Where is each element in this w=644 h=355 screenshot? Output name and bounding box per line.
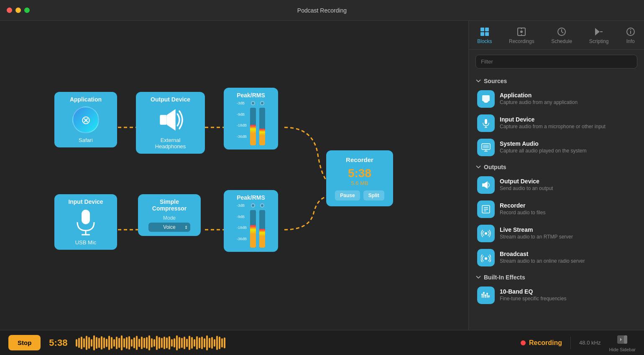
waveform-bar: [136, 336, 138, 350]
recorder-sidebar-name: Recorder: [500, 202, 636, 209]
svg-point-14: [520, 30, 523, 33]
sidebar-item-live-stream[interactable]: Live Stream Stream audio to an RTMP serv…: [474, 221, 639, 246]
waveform-bar: [141, 337, 143, 349]
waveform-bar: [126, 337, 128, 349]
recorder-block[interactable]: Recorder 5:38 5.6 MB Pause Split: [326, 150, 393, 206]
system-audio-sidebar-text: System Audio Capture all audio played on…: [500, 140, 636, 155]
svg-rect-6: [82, 210, 90, 224]
waveform-bar: [169, 336, 170, 350]
recorder-sidebar-icon: [477, 200, 495, 218]
waveform-bar: [101, 336, 102, 350]
application-sidebar-text: Application Capture audio from any appli…: [500, 92, 636, 106]
meter-bar-1: [250, 108, 256, 145]
sidebar-item-application[interactable]: Application Capture audio from any appli…: [474, 87, 639, 111]
tab-schedule[interactable]: Schedule: [547, 25, 576, 46]
waveform-bar: [191, 337, 193, 349]
speaker-sidebar-icon: [481, 180, 491, 190]
application-block[interactable]: Application Safari: [54, 92, 117, 147]
tab-recordings-label: Recordings: [509, 38, 534, 44]
eq-sidebar-text: 10-Band EQ Fine-tune specific frequencie…: [500, 288, 636, 302]
sidebar-item-broadcast[interactable]: Broadcast Stream audio to an online radi…: [474, 246, 639, 270]
waveform-bar: [153, 339, 155, 347]
waveform-bar: [118, 338, 120, 348]
hide-sidebar-button[interactable]: Hide Sidebar: [609, 334, 636, 352]
waveform-bar: [111, 337, 112, 349]
recorder-size: 5.6 MB: [351, 180, 368, 186]
recording-dot: [521, 340, 526, 345]
stop-button[interactable]: Stop: [8, 335, 41, 350]
eq-sidebar-icon: [477, 287, 495, 304]
recorder-split-button[interactable]: Split: [363, 190, 384, 200]
application-block-title: Application: [70, 96, 102, 103]
peak-meter-labels: -3dB -9dB -18dB -36dB: [237, 101, 247, 139]
waveform-bar: [133, 337, 135, 348]
live-stream-sidebar-text: Live Stream Stream audio to an RTMP serv…: [500, 226, 636, 241]
compressor-block[interactable]: SimpleCompressor Mode Voice Music Podcas…: [138, 194, 201, 236]
bottom-time: 5:38: [49, 337, 67, 348]
minimize-button[interactable]: [15, 8, 21, 13]
titlebar: Podcast Recording: [0, 0, 644, 21]
broadcast-icon: [481, 253, 491, 263]
eq-sidebar-desc: Fine-tune specific frequencies: [500, 296, 636, 302]
section-outputs: Outputs: [474, 160, 639, 173]
tab-scripting[interactable]: Scripting: [585, 25, 613, 46]
sidebar-item-recorder[interactable]: Recorder Record audio to files: [474, 197, 639, 221]
close-button[interactable]: [7, 8, 12, 13]
filter-input[interactable]: [475, 55, 637, 68]
waveform-bar: [174, 338, 175, 347]
sidebar-item-output-device[interactable]: Output Device Send audio to an output: [474, 173, 639, 197]
svg-point-51: [486, 293, 488, 294]
system-audio-sidebar-desc: Capture all audio played on the system: [500, 148, 636, 155]
sidebar-item-input-device[interactable]: Input Device Capture audio from a microp…: [474, 111, 639, 135]
canvas-area[interactable]: Application Safari Output Device Externa…: [0, 21, 468, 330]
maximize-button[interactable]: [24, 8, 30, 13]
waveform-bar: [146, 337, 148, 349]
waveform-bar: [113, 339, 115, 347]
compressor-title: SimpleCompressor: [152, 198, 187, 212]
tab-blocks[interactable]: Blocks: [473, 25, 496, 46]
waveform-bar: [204, 338, 205, 347]
svg-marker-36: [484, 181, 488, 189]
broadcast-sidebar-desc: Stream audio to an online radio server: [500, 258, 636, 265]
live-stream-sidebar-icon: [477, 225, 495, 242]
waveform-bar: [161, 338, 163, 348]
tab-info[interactable]: Info: [621, 25, 640, 46]
sidebar-item-10-band-eq[interactable]: 10-Band EQ Fine-tune specific frequencie…: [474, 283, 639, 307]
input-device-block[interactable]: Input Device USB Mic: [54, 194, 117, 250]
recorder-sidebar-desc: Record audio to files: [500, 210, 636, 216]
traffic-lights: [7, 8, 30, 13]
section-effects: Built-In Effects: [474, 270, 639, 283]
recorder-pause-button[interactable]: Pause: [335, 190, 360, 200]
output-device-sidebar-icon: [477, 176, 495, 194]
tab-recordings[interactable]: Recordings: [505, 25, 539, 46]
output-device-title: Output Device: [151, 96, 190, 103]
output-device-icon: [156, 105, 185, 134]
input-device-sidebar-icon: [477, 114, 495, 132]
application-sidebar-icon: [477, 90, 495, 108]
waveform-bar: [171, 339, 173, 347]
compressor-select-wrap[interactable]: Voice Music Podcast: [148, 223, 190, 232]
input-device-sidebar-name: Input Device: [500, 116, 636, 123]
monitor-sidebar-icon: [481, 142, 491, 152]
eq-icon: [481, 290, 491, 300]
svg-marker-20: [595, 28, 600, 36]
peak-rms-top-block[interactable]: Peak/RMS -3dB -9dB -18dB -36dB: [224, 88, 278, 150]
peak-rms-top-title: Peak/RMS: [237, 92, 265, 99]
output-device-block[interactable]: Output Device ExternalHeadphones: [136, 92, 205, 154]
waveform-bar: [209, 338, 210, 348]
svg-rect-12: [485, 32, 489, 36]
input-device-title: Input Device: [68, 198, 103, 205]
application-sidebar-name: Application: [500, 92, 636, 99]
waveform-bar: [181, 338, 183, 348]
tab-info-label: Info: [626, 38, 635, 44]
peak-rms-bottom-block[interactable]: Peak/RMS -3dB -9dB -18dB -36dB: [224, 190, 278, 252]
svg-rect-9: [480, 28, 484, 31]
application-block-icon: [71, 105, 100, 134]
waveform-bar: [211, 337, 213, 349]
divider-1: [570, 337, 571, 349]
compressor-mode-select[interactable]: Voice Music Podcast: [148, 223, 190, 232]
tab-schedule-label: Schedule: [551, 38, 572, 44]
recording-label: Recording: [529, 339, 562, 347]
sidebar-item-system-audio[interactable]: System Audio Capture all audio played on…: [474, 135, 639, 160]
sidebar-tabs: Blocks Recordings Schedule: [469, 21, 644, 50]
